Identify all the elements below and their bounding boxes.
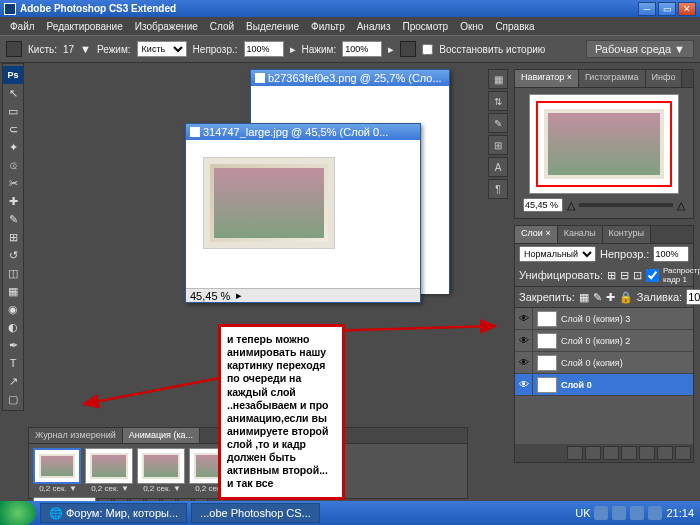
- trash-icon[interactable]: [675, 446, 691, 460]
- new-layer-icon[interactable]: [657, 446, 673, 460]
- anim-frame-2[interactable]: 0,2 сек. ▼: [85, 448, 135, 493]
- ps-logo-icon[interactable]: Ps: [3, 66, 23, 84]
- crop-tool[interactable]: ⟃: [3, 156, 23, 174]
- restore-history-check[interactable]: [422, 44, 433, 55]
- brush-size[interactable]: 17: [63, 44, 74, 55]
- tab-measurements[interactable]: Журнал измерений: [29, 428, 123, 443]
- dodge-tool[interactable]: ◐: [3, 318, 23, 336]
- tray-icon[interactable]: [594, 506, 608, 520]
- slice-tool[interactable]: ✂: [3, 174, 23, 192]
- tab-navigator[interactable]: Навигатор ×: [515, 70, 579, 87]
- navigator-viewport[interactable]: [536, 101, 672, 187]
- group-icon[interactable]: [639, 446, 655, 460]
- history-brush-tool[interactable]: ↺: [3, 246, 23, 264]
- heal-tool[interactable]: ✚: [3, 192, 23, 210]
- tab-info[interactable]: Инфо: [646, 70, 683, 87]
- zoom-out-icon[interactable]: △: [567, 199, 575, 212]
- visibility-icon[interactable]: 👁: [515, 352, 533, 373]
- lock-all-icon[interactable]: 🔒: [619, 291, 633, 304]
- mini-panel-6[interactable]: ¶: [488, 179, 508, 199]
- shape-tool[interactable]: ▢: [3, 390, 23, 408]
- tray-icon[interactable]: [630, 506, 644, 520]
- menu-help[interactable]: Справка: [489, 19, 540, 34]
- menu-select[interactable]: Выделение: [240, 19, 305, 34]
- tray-icon[interactable]: [612, 506, 626, 520]
- tab-animation[interactable]: Анимация (ка...: [123, 428, 200, 443]
- pen-tool[interactable]: ✒: [3, 336, 23, 354]
- blend-mode-select[interactable]: Нормальный: [519, 246, 596, 262]
- visibility-icon[interactable]: 👁: [515, 330, 533, 351]
- layer-row-selected[interactable]: 👁 Слой 0: [515, 374, 693, 396]
- clock[interactable]: 21:14: [666, 507, 694, 519]
- mini-panel-3[interactable]: ✎: [488, 113, 508, 133]
- layer-row[interactable]: 👁 Слой 0 (копия) 3: [515, 308, 693, 330]
- link-layers-icon[interactable]: [567, 446, 583, 460]
- minimize-button[interactable]: ─: [638, 2, 656, 16]
- adjustment-icon[interactable]: [621, 446, 637, 460]
- menu-analysis[interactable]: Анализ: [351, 19, 397, 34]
- tab-channels[interactable]: Каналы: [558, 226, 603, 243]
- eraser-tool[interactable]: ◫: [3, 264, 23, 282]
- anim-frame-3[interactable]: 0,2 сек. ▼: [137, 448, 187, 493]
- navigator-preview[interactable]: [529, 94, 679, 194]
- opacity-input[interactable]: [244, 41, 284, 57]
- visibility-icon[interactable]: 👁: [515, 308, 533, 329]
- menu-file[interactable]: Файл: [4, 19, 41, 34]
- marquee-tool[interactable]: ▭: [3, 102, 23, 120]
- close-button[interactable]: ✕: [678, 2, 696, 16]
- lasso-tool[interactable]: ⊂: [3, 120, 23, 138]
- menu-window[interactable]: Окно: [454, 19, 489, 34]
- propagate-check[interactable]: [646, 269, 659, 282]
- path-tool[interactable]: ↗: [3, 372, 23, 390]
- lang-indicator[interactable]: UK: [575, 507, 590, 519]
- unify-icon[interactable]: ⊟: [620, 269, 629, 282]
- menu-view[interactable]: Просмотр: [396, 19, 454, 34]
- lock-pixels-icon[interactable]: ✎: [593, 291, 602, 304]
- document-window-2[interactable]: 314747_large.jpg @ 45,5% (Слой 0... 45,4…: [185, 123, 421, 303]
- maximize-button[interactable]: ▭: [658, 2, 676, 16]
- unify-icon[interactable]: ⊡: [633, 269, 642, 282]
- menu-layer[interactable]: Слой: [204, 19, 240, 34]
- type-tool[interactable]: T: [3, 354, 23, 372]
- mini-panel-5[interactable]: A: [488, 157, 508, 177]
- layer-row[interactable]: 👁 Слой 0 (копия) 2: [515, 330, 693, 352]
- visibility-icon[interactable]: 👁: [515, 374, 533, 395]
- mode-select[interactable]: Кисть: [137, 41, 187, 57]
- airbrush-icon[interactable]: [400, 41, 416, 57]
- options-bar: Кисть: 17 ▼ Режим: Кисть Непрозр.: ▸ Наж…: [0, 35, 700, 63]
- mini-panel-2[interactable]: ⇅: [488, 91, 508, 111]
- unify-icon[interactable]: ⊞: [607, 269, 616, 282]
- taskbar-item[interactable]: 🌐Форум: Мир, которы...: [40, 503, 187, 523]
- menu-image[interactable]: Изображение: [129, 19, 204, 34]
- mini-panel-1[interactable]: ▦: [488, 69, 508, 89]
- layer-row[interactable]: 👁 Слой 0 (копия): [515, 352, 693, 374]
- blur-tool[interactable]: ◉: [3, 300, 23, 318]
- menu-filter[interactable]: Фильтр: [305, 19, 351, 34]
- move-tool[interactable]: ↖: [3, 84, 23, 102]
- brush-tool[interactable]: ✎: [3, 210, 23, 228]
- lock-pos-icon[interactable]: ✚: [606, 291, 615, 304]
- gradient-tool[interactable]: ▦: [3, 282, 23, 300]
- zoom-in-icon[interactable]: △: [677, 199, 685, 212]
- tab-histogram[interactable]: Гистограмма: [579, 70, 646, 87]
- mini-panel-4[interactable]: ⊞: [488, 135, 508, 155]
- workspace-selector[interactable]: Рабочая среда ▼: [586, 40, 694, 58]
- tool-preset-icon[interactable]: [6, 41, 22, 57]
- wand-tool[interactable]: ✦: [3, 138, 23, 156]
- nav-zoom-slider[interactable]: [579, 203, 673, 207]
- nav-zoom-input[interactable]: [523, 198, 563, 212]
- taskbar-item[interactable]: ...obe Photoshop CS...: [191, 503, 320, 523]
- start-button[interactable]: [0, 501, 36, 525]
- anim-frame-1[interactable]: 0,2 сек. ▼: [33, 448, 83, 493]
- menu-edit[interactable]: Редактирование: [41, 19, 129, 34]
- tray-icon[interactable]: [648, 506, 662, 520]
- flow-input[interactable]: [342, 41, 382, 57]
- tab-layers[interactable]: Слои ×: [515, 226, 558, 243]
- tab-paths[interactable]: Контуры: [603, 226, 651, 243]
- fill-input[interactable]: [686, 289, 700, 305]
- lock-trans-icon[interactable]: ▦: [579, 291, 589, 304]
- layer-fx-icon[interactable]: [585, 446, 601, 460]
- layer-mask-icon[interactable]: [603, 446, 619, 460]
- stamp-tool[interactable]: ⊞: [3, 228, 23, 246]
- layer-opacity-input[interactable]: [653, 246, 689, 262]
